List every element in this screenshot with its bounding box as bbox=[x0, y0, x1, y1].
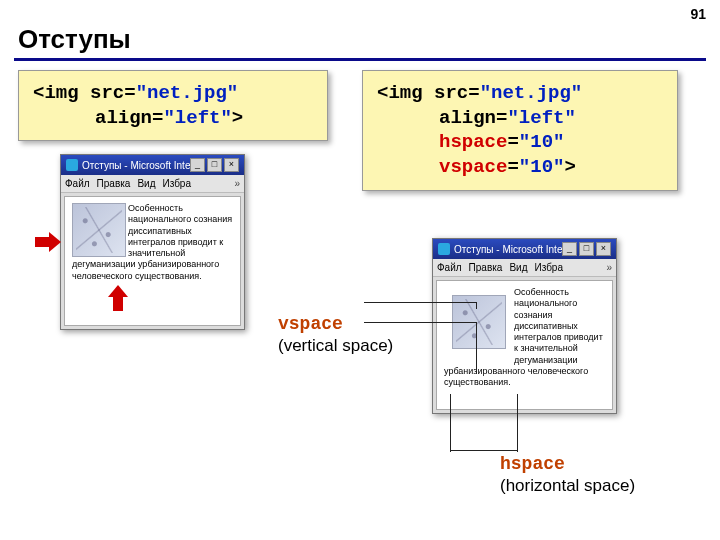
chevron-right-icon: » bbox=[234, 178, 240, 189]
sample-image bbox=[72, 203, 126, 257]
indicator-line bbox=[498, 450, 518, 451]
code-text: > bbox=[564, 156, 575, 178]
code-text: align= bbox=[439, 107, 507, 129]
page-number: 91 bbox=[690, 6, 706, 22]
menu-item-file[interactable]: Файл bbox=[437, 262, 462, 273]
indicator-line bbox=[476, 322, 477, 374]
close-button[interactable]: × bbox=[224, 158, 239, 172]
code-text: "net.jpg" bbox=[136, 82, 239, 104]
label-vspace: vspace (vertical space) bbox=[278, 314, 393, 356]
label-hspace-code: hspace bbox=[500, 454, 565, 474]
menu-item-view[interactable]: Вид bbox=[137, 178, 155, 189]
minimize-button[interactable]: _ bbox=[190, 158, 205, 172]
code-snippet-right: <img src="net.jpg" align="left" hspace="… bbox=[362, 70, 678, 191]
menu-item-fav[interactable]: Избра bbox=[162, 178, 191, 189]
menu-item-edit[interactable]: Правка bbox=[97, 178, 131, 189]
label-vspace-desc: (vertical space) bbox=[278, 336, 393, 355]
code-text: <img src= bbox=[33, 82, 136, 104]
code-text: align= bbox=[95, 107, 163, 129]
code-text: "10" bbox=[519, 131, 565, 153]
app-icon bbox=[66, 159, 78, 171]
titlebar: Отступы - Microsoft Intern… _ □ × bbox=[61, 155, 244, 175]
indicator-line bbox=[476, 302, 477, 309]
browser-window-right: Отступы - Microsoft Intern… _ □ × Файл П… bbox=[432, 238, 617, 414]
code-text: "left" bbox=[163, 107, 231, 129]
minimize-button[interactable]: _ bbox=[562, 242, 577, 256]
code-text: > bbox=[232, 107, 243, 129]
browser-body: Особенность национального сознания дисси… bbox=[64, 196, 241, 326]
indicator-line bbox=[450, 450, 498, 451]
arrow-right-icon bbox=[35, 232, 61, 252]
maximize-button[interactable]: □ bbox=[207, 158, 222, 172]
indicator-line bbox=[517, 394, 518, 452]
code-text: vspace bbox=[439, 156, 507, 178]
maximize-button[interactable]: □ bbox=[579, 242, 594, 256]
menu-item-fav[interactable]: Избра bbox=[534, 262, 563, 273]
menu-bar: Файл Правка Вид Избра » bbox=[61, 175, 244, 193]
titlebar: Отступы - Microsoft Intern… _ □ × bbox=[433, 239, 616, 259]
code-text: = bbox=[507, 156, 518, 178]
menu-item-file[interactable]: Файл bbox=[65, 178, 90, 189]
code-text: <img src= bbox=[377, 82, 480, 104]
menu-item-view[interactable]: Вид bbox=[509, 262, 527, 273]
browser-window-left: Отступы - Microsoft Intern… _ □ × Файл П… bbox=[60, 154, 245, 330]
page-title: Отступы bbox=[18, 24, 131, 55]
code-text: "left" bbox=[507, 107, 575, 129]
label-hspace: hspace (horizontal space) bbox=[500, 454, 635, 496]
code-text: "10" bbox=[519, 156, 565, 178]
label-vspace-code: vspace bbox=[278, 314, 343, 334]
menu-item-edit[interactable]: Правка bbox=[469, 262, 503, 273]
close-button[interactable]: × bbox=[596, 242, 611, 256]
menu-bar: Файл Правка Вид Избра » bbox=[433, 259, 616, 277]
window-title: Отступы - Microsoft Intern… bbox=[82, 160, 190, 171]
indicator-line bbox=[450, 394, 451, 452]
browser-body: Особенность национального сознания дисси… bbox=[436, 280, 613, 410]
code-text: "net.jpg" bbox=[480, 82, 583, 104]
window-title: Отступы - Microsoft Intern… bbox=[454, 244, 562, 255]
code-text: = bbox=[507, 131, 518, 153]
indicator-line bbox=[364, 322, 477, 323]
code-snippet-left: <img src="net.jpg" align="left"> bbox=[18, 70, 328, 141]
arrow-up-icon bbox=[108, 285, 128, 311]
indicator-line bbox=[364, 302, 477, 303]
title-underline bbox=[14, 58, 706, 61]
label-hspace-desc: (horizontal space) bbox=[500, 476, 635, 495]
code-text: hspace bbox=[439, 131, 507, 153]
app-icon bbox=[438, 243, 450, 255]
chevron-right-icon: » bbox=[606, 262, 612, 273]
